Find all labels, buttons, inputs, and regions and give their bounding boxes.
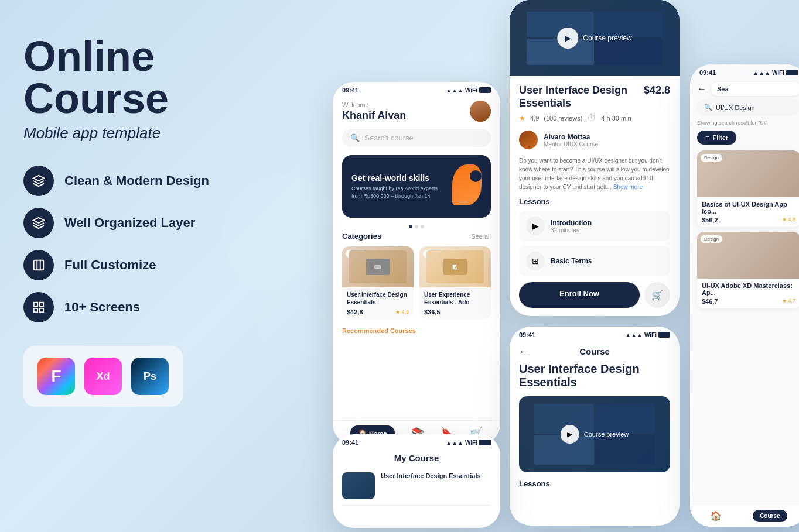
reviews-count: (100 reviews) xyxy=(544,115,582,122)
result-img-2: Design xyxy=(697,232,799,279)
my-course-item-1[interactable]: User Interface Design Essentials xyxy=(342,466,491,506)
lesson-name-1: Introduction xyxy=(551,219,592,227)
result-img-1: Design xyxy=(697,150,799,197)
result-rating-2: ★ 4,7 xyxy=(782,298,795,305)
lesson-name-2: Basic Terms xyxy=(551,257,592,265)
result-card-1[interactable]: Design Basics of UI-UX Design App Ico...… xyxy=(697,150,799,227)
course-title-lower: User Interface Design Essentials xyxy=(519,362,670,389)
course-price-1: $42,8 xyxy=(347,308,363,315)
course-preview-image: ▶ Course preview xyxy=(510,0,680,76)
back-btn-3[interactable]: ← xyxy=(697,84,706,94)
mentor-name: Alvaro Mottaa xyxy=(544,133,598,141)
preview-label-lower: Course preview xyxy=(584,431,629,438)
main-title: Online Course xyxy=(23,35,246,119)
course-detail-content: User Interface Design Essentials $42.8 ★… xyxy=(510,76,680,316)
play-button[interactable]: ▶ xyxy=(557,28,578,49)
course-title: User Interface Design Essentials xyxy=(519,84,644,109)
organized-layer-icon xyxy=(23,208,54,238)
lesson-grid-icon: ⊞ xyxy=(526,252,545,270)
result-badge-1: Design xyxy=(701,154,722,162)
lesson-item-2[interactable]: ⊞ Basic Terms xyxy=(519,246,670,276)
categories-label: Categories xyxy=(342,232,381,241)
result-title-2: UI-UX Adobe XD Masterclass: Ap... xyxy=(702,282,795,296)
status-bar-mc: 09:41 ▲▲▲WiFi xyxy=(333,434,500,448)
enroll-row: Enroll Now 🛒 xyxy=(519,282,670,308)
search-input-bar[interactable]: 🔍 UI/UX Design xyxy=(697,99,799,115)
phone-course-lower: 09:41 ▲▲▲WiFi ← Course User Interface De… xyxy=(510,327,680,526)
lesson-duration-1: 32 minutes xyxy=(551,227,592,234)
banner-title: Get real-world skills xyxy=(351,173,446,183)
course-lower-content: User Interface Design Essentials ▶ Cours… xyxy=(510,362,680,488)
feature-label-1: Clean & Modern Design xyxy=(64,173,209,188)
search-header: ← Sea xyxy=(690,78,799,99)
feature-label-4: 10+ Screens xyxy=(64,300,140,315)
stars: ★ xyxy=(519,114,525,122)
course-title-2: User Experience Essentials - Ado xyxy=(424,291,486,306)
banner-desc: Courses taught by real-world experts fro… xyxy=(351,185,446,200)
course-price: $42.8 xyxy=(644,84,670,97)
nav-course-3[interactable]: Course xyxy=(753,510,787,522)
my-course-thumb xyxy=(342,472,375,499)
status-bar-3: 09:41 ▲▲▲WiFi xyxy=(690,64,799,78)
course-preview-lower: ▶ Course preview xyxy=(519,396,670,472)
course-rating-1: ★ 4,9 xyxy=(395,309,409,315)
welcome-text: Welcome, xyxy=(342,101,406,108)
cart-button[interactable]: 🛒 xyxy=(644,282,670,308)
course-price-2: $36,5 xyxy=(424,308,441,315)
user-avatar xyxy=(470,101,491,122)
filter-button[interactable]: ≡ Filter xyxy=(697,131,736,145)
svg-rect-4 xyxy=(34,303,37,306)
status-bar-1: 09:41 ▲▲▲ WiFi xyxy=(333,82,500,96)
svg-rect-6 xyxy=(34,308,37,312)
phone-search: 09:41 ▲▲▲WiFi ← Sea 🔍 UI/UX Design Showi… xyxy=(690,64,799,527)
search-result-text: Showing search result for "UI/ xyxy=(697,120,799,126)
enroll-button[interactable]: Enroll Now xyxy=(519,282,640,308)
phone-course-detail: ▶ Course preview User Interface Design E… xyxy=(510,0,680,316)
mentor-row: Alvaro Mottaa Mentor UIUX Course xyxy=(519,131,670,149)
recommended-label: Recommended Courses xyxy=(342,327,491,334)
result-price-1: $56,2 xyxy=(702,217,718,224)
result-card-2[interactable]: Design UI-UX Adobe XD Masterclass: Ap...… xyxy=(697,232,799,308)
result-rating-1: ★ 4,8 xyxy=(782,217,795,224)
course-card-2[interactable]: Design 📝 User Experience Essentials - Ad… xyxy=(419,246,491,319)
user-name: Khanif Alvan xyxy=(342,109,406,122)
left-panel: Online Course Mobile app template Clean … xyxy=(23,35,246,407)
figma-icon: F xyxy=(37,358,75,395)
feature-label-3: Full Customize xyxy=(64,258,156,273)
feature-item-3: Full Customize xyxy=(23,250,246,280)
feature-item-2: Well Organized Layer xyxy=(23,208,246,238)
feature-list: Clean & Modern Design Well Organized Lay… xyxy=(23,166,246,322)
lessons-label-lower: Lessons xyxy=(519,479,670,488)
svg-rect-1 xyxy=(34,260,44,270)
feature-item-4: 10+ Screens xyxy=(23,292,246,322)
status-bar-2b: 09:41 ▲▲▲WiFi xyxy=(510,327,680,341)
course-description: Do you want to become a UI/UX designer b… xyxy=(519,156,670,191)
mentor-avatar xyxy=(519,131,538,149)
rating-value: 4,9 xyxy=(530,115,539,122)
search-placeholder: Search course xyxy=(364,133,414,142)
course-card-1[interactable]: Design ⌨ User Interface Design Essential… xyxy=(342,246,414,319)
nav-bar-3: 🏠 Course xyxy=(690,504,799,527)
show-more[interactable]: Show more xyxy=(613,184,643,190)
back-button-2b[interactable]: ← xyxy=(519,346,528,357)
lesson-item-1[interactable]: ▶ Introduction 32 minutes xyxy=(519,211,670,241)
categories-header: Categories See all xyxy=(342,232,491,241)
play-overlay[interactable]: ▶ Course preview xyxy=(557,28,631,49)
feature-item-1: Clean & Modern Design xyxy=(23,166,246,196)
svg-rect-5 xyxy=(40,303,43,306)
result-price-2: $46,7 xyxy=(702,298,718,305)
phone-mycourse: 09:41 ▲▲▲WiFi My Course User Interface D… xyxy=(333,434,500,528)
lessons-title: Lessons xyxy=(519,197,670,206)
search-label: Sea xyxy=(711,82,799,96)
lesson-play-icon: ▶ xyxy=(526,217,545,235)
page-title-2b: Course xyxy=(579,346,610,356)
play-btn-lower[interactable]: ▶ xyxy=(561,425,579,444)
mentor-role: Mentor UIUX Course xyxy=(544,141,598,147)
my-course-title: My Course xyxy=(333,448,500,466)
nav-home-3[interactable]: 🏠 xyxy=(710,510,722,521)
search-bar[interactable]: 🔍 Search course xyxy=(342,129,491,147)
course-title-1: User Interface Design Essentials xyxy=(347,291,409,306)
see-all-categories[interactable]: See all xyxy=(471,233,491,240)
photoshop-icon: Ps xyxy=(131,358,169,395)
clean-design-icon xyxy=(23,166,54,196)
